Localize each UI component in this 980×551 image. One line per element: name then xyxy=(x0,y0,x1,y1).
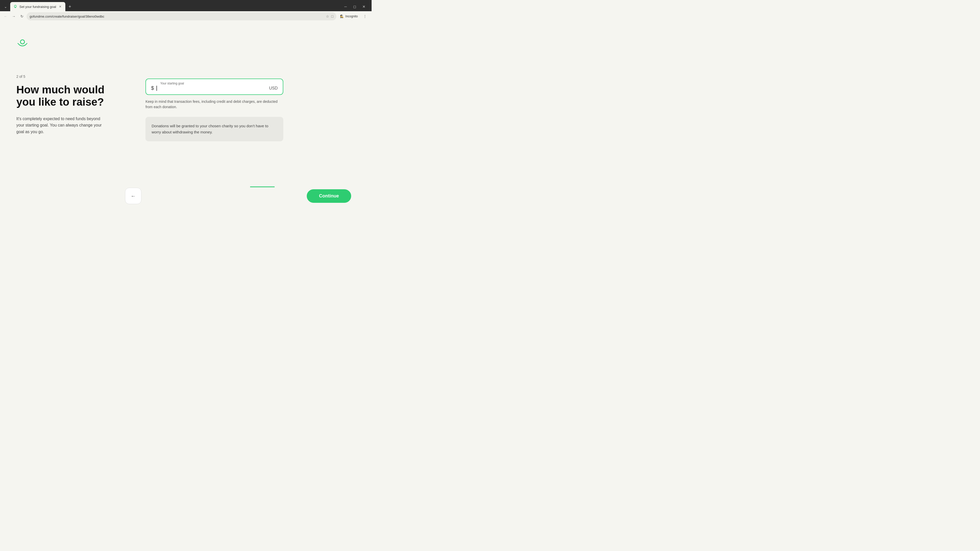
close-button[interactable]: ✕ xyxy=(360,3,368,10)
page-heading: How much would you like to raise? xyxy=(16,84,109,108)
cursor-indicator xyxy=(156,86,157,91)
split-view-icon[interactable]: □ xyxy=(331,14,333,18)
restore-button[interactable]: ◻ xyxy=(351,3,358,10)
continue-button[interactable]: Continue xyxy=(307,189,351,203)
forward-nav-button[interactable]: → xyxy=(10,13,18,20)
incognito-icon: 🕵 xyxy=(340,14,344,18)
minimize-button[interactable]: ─ xyxy=(342,3,349,10)
page-content: 2 of 5 How much would you like to raise?… xyxy=(0,22,372,208)
incognito-button[interactable]: 🕵 Incognito xyxy=(337,14,360,19)
input-label: Your starting goal xyxy=(160,82,184,85)
sub-description: It's completely expected to need funds b… xyxy=(16,116,109,135)
bookmark-icon[interactable]: ☆ xyxy=(326,14,329,18)
footer-buttons: ← Continue xyxy=(0,188,372,204)
goal-section: Your starting goal $ USD Keep in mind th… xyxy=(145,79,283,141)
goal-input-box[interactable]: Your starting goal $ USD xyxy=(145,79,283,95)
address-bar-row: ← → ↻ gofundme.com/create/fundraiser/goa… xyxy=(0,11,372,22)
fee-notice: Keep in mind that transaction fees, incl… xyxy=(145,99,283,110)
step-indicator: 2 of 5 xyxy=(16,75,109,79)
back-arrow-icon: ← xyxy=(130,193,136,199)
incognito-label: Incognito xyxy=(345,14,358,18)
svg-point-0 xyxy=(14,5,16,7)
back-nav-button[interactable]: ← xyxy=(2,13,9,20)
svg-point-1 xyxy=(21,40,24,44)
currency-label: USD xyxy=(269,86,278,91)
right-panel: Your starting goal $ USD Keep in mind th… xyxy=(125,22,372,208)
address-bar[interactable]: gofundme.com/create/fundraiser/goal/38en… xyxy=(27,12,336,21)
charity-notice-text: Donations will be granted to your chosen… xyxy=(151,123,277,135)
new-tab-button[interactable]: + xyxy=(66,3,73,10)
progress-line xyxy=(250,186,275,187)
back-button[interactable]: ← xyxy=(125,188,142,204)
reload-button[interactable]: ↻ xyxy=(18,13,25,20)
left-panel: 2 of 5 How much would you like to raise?… xyxy=(0,22,125,208)
tab-title-text: Set your fundraising goal xyxy=(19,5,56,9)
active-tab[interactable]: Set your fundraising goal ✕ xyxy=(10,2,65,11)
browser-chrome: ⌄ Set your fundraising goal ✕ + ─ ◻ ✕ ← … xyxy=(0,0,372,22)
gofundme-logo xyxy=(16,38,109,49)
url-text: gofundme.com/create/fundraiser/goal/38en… xyxy=(30,14,324,18)
tab-favicon xyxy=(13,5,18,9)
menu-button[interactable]: ⋮ xyxy=(361,13,369,20)
charity-notice: Donations will be granted to your chosen… xyxy=(145,117,283,141)
tab-expand-button[interactable]: ⌄ xyxy=(2,3,9,10)
dollar-sign: $ xyxy=(151,85,154,91)
tab-close-button[interactable]: ✕ xyxy=(58,5,62,9)
